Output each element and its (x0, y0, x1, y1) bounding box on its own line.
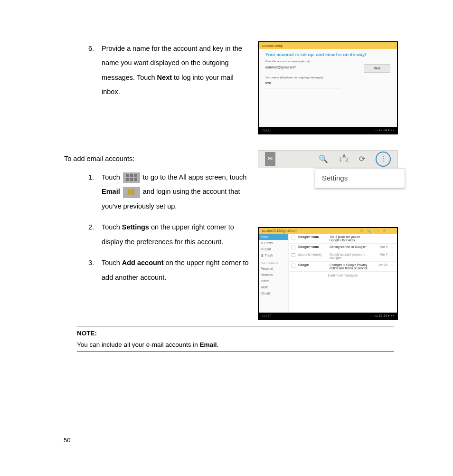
star-icon[interactable]: ☆ (390, 235, 394, 238)
compose-icon[interactable]: ✉ (265, 152, 275, 166)
step-1: 1. Touch to go to the All apps screen, t… (102, 170, 255, 213)
sidebar-item-work[interactable]: Work (259, 284, 288, 290)
fig3-message-list: Google+ team Top 3 posts for you on Goog… (289, 234, 397, 314)
fig1-next-button[interactable]: Next (364, 64, 390, 73)
step-2-bold: Settings (122, 223, 149, 231)
fig1-nav-right: ⋯ ▭ 12:34 ▾ ▪ ▪ (370, 127, 394, 133)
fig1-label-account-name: Give this account a name (optional) (265, 60, 390, 63)
sidebar-item-receipts[interactable]: Receipts (259, 272, 288, 278)
note-body-b: . (217, 341, 218, 348)
list-item[interactable]: Google+ team Getting started on Google+ … (289, 244, 397, 251)
checkbox-icon[interactable] (292, 246, 295, 249)
step-6-bold: Next (157, 74, 172, 81)
screenshot-inbox: asustest2012@gmail.com ✉ 🔍 ↕≡ ⟳ ⋮ Inbox … (258, 227, 398, 320)
list-item[interactable]: Google+ team Top 3 posts for you on Goog… (289, 234, 397, 244)
star-icon[interactable]: ☆ (390, 253, 394, 256)
fig1-nav-left[interactable]: ◁ △ ▢ (262, 127, 272, 133)
note-rule-bottom (77, 352, 394, 352)
date: Mar 4 (375, 253, 387, 256)
step-6-number: 6. (88, 41, 94, 56)
screenshot-account-setup: Account setup Your account is set up, an… (258, 41, 398, 134)
settings-menu-item[interactable]: Settings (315, 168, 405, 188)
checkbox-icon[interactable] (292, 236, 295, 239)
sidebar-section-all-folders: ALL FOLDERS (259, 260, 288, 266)
email-app-icon (123, 187, 140, 198)
note-body-bold: Email (199, 341, 217, 348)
star-icon[interactable]: ☆ (390, 245, 394, 248)
step-2-text-a: Touch (102, 223, 122, 231)
fig3-sidebar: Inbox ✎ Drafts ✉ Sent 🗑 Trash ALL FOLDER… (259, 234, 289, 314)
note-rule-top (77, 326, 394, 326)
subject: Changes to Google Privacy Policy and Ter… (330, 263, 372, 270)
star-icon[interactable]: ☆ (390, 263, 394, 267)
fig3-account-label[interactable]: asustest2012@gmail.com (262, 229, 297, 232)
from: Google (298, 263, 327, 267)
step-2: 2. Touch Settings on the upper right cor… (102, 220, 255, 249)
from: Google+ team (298, 235, 327, 238)
from: accounts-noreply (298, 253, 327, 256)
step-3-number: 3. (88, 256, 94, 270)
date: Jan 28 (375, 263, 387, 267)
list-item[interactable]: Google Changes to Google Privacy Policy … (289, 262, 397, 272)
step-1-bold-email: Email (102, 188, 120, 195)
sidebar-item-sent[interactable]: ✉ Sent (259, 246, 288, 252)
date: Mar 4 (375, 245, 387, 248)
add-accounts-intro: To add email accounts: (64, 152, 134, 166)
fig1-headline: Your account is set up, and email is on … (265, 52, 390, 57)
search-icon[interactable]: 🔍 (319, 151, 328, 167)
step-6: 6. Provide a name for the account and ke… (102, 41, 251, 99)
load-more-button[interactable]: Load more messages (289, 272, 397, 279)
fig1-value-your-name[interactable]: test (265, 80, 341, 88)
sidebar-item-inbox[interactable]: Inbox (259, 234, 288, 240)
sort-icon[interactable]: ↓AZ (339, 151, 349, 167)
step-1-text-a: Touch (102, 173, 122, 181)
list-item[interactable]: accounts-noreply Google account password… (289, 251, 397, 261)
fig3-nav-right: ⋯ ▭ 12:34 ▾ ▪ ▪ (370, 313, 394, 319)
sidebar-item-personal[interactable]: Personal (259, 266, 288, 272)
note-body: You can include all your e-mail accounts… (77, 340, 394, 350)
checkbox-icon[interactable] (292, 253, 295, 257)
sidebar-item-travel[interactable]: Travel (259, 278, 288, 284)
fig1-label-your-name: Your name (displayed on outgoing message… (265, 76, 390, 79)
subject: Getting started on Google+ (330, 245, 372, 248)
step-1-text-b: to go to the All apps screen, touch (141, 173, 246, 181)
from: Google+ team (298, 245, 327, 248)
sidebar-item-drafts[interactable]: ✎ Drafts (259, 240, 288, 246)
step-3: 3. Touch Add account on the upper right … (102, 256, 255, 285)
checkbox-icon[interactable] (292, 264, 295, 267)
note-body-a: You can include all your e-mail accounts… (77, 341, 199, 348)
fig1-value-account-name[interactable]: asustest@gmail.com (265, 64, 341, 73)
all-apps-icon (123, 172, 140, 183)
sidebar-item-trash[interactable]: 🗑 Trash (259, 252, 288, 258)
screenshot-settings-menu: ✉ 🔍 ↓AZ ⟳ ⋮ Settings (258, 150, 398, 190)
step-3-bold: Add account (122, 259, 164, 267)
step-1-number: 1. (88, 170, 94, 184)
note-block: NOTE: You can include all your e-mail ac… (77, 326, 394, 352)
subject: Google account password changed (330, 253, 372, 259)
step-2-number: 2. (88, 220, 94, 234)
fig3-toolbar-icons[interactable]: ✉ 🔍 ↕≡ ⟳ ⋮ (360, 228, 394, 234)
fig3-nav-left[interactable]: ◁ △ ▢ (262, 313, 272, 319)
step-3-text-a: Touch (102, 259, 122, 267)
note-title: NOTE: (77, 328, 394, 339)
sidebar-item-gmail[interactable]: [Gmail] (259, 290, 288, 296)
step-1-text-c: and login using the account that you've … (102, 188, 240, 209)
page-number: 50 (64, 434, 70, 447)
refresh-icon[interactable]: ⟳ (359, 151, 365, 167)
overflow-menu-icon[interactable]: ⋮ (376, 152, 391, 167)
subject: Top 3 posts for you on Google+ this week (330, 235, 372, 242)
